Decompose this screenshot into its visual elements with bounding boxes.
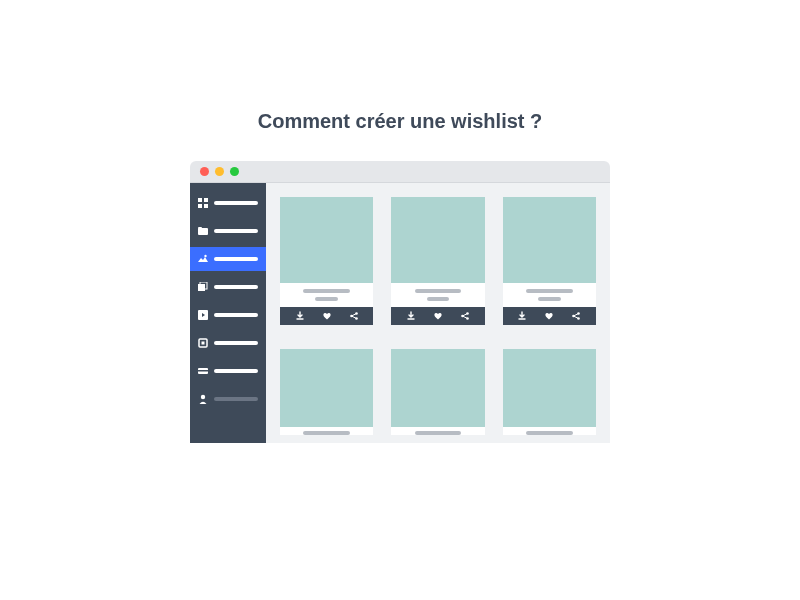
card[interactable] xyxy=(280,349,373,443)
sidebar-item-albums[interactable] xyxy=(190,275,266,299)
play-icon xyxy=(198,310,208,320)
sidebar-item-box[interactable] xyxy=(190,331,266,355)
card-thumbnail xyxy=(280,349,373,427)
svg-rect-3 xyxy=(204,204,208,208)
svg-rect-2 xyxy=(198,204,202,208)
card-thumbnail xyxy=(391,197,484,283)
card-meta xyxy=(280,283,373,307)
card-subtitle-placeholder xyxy=(315,297,337,301)
heart-icon[interactable] xyxy=(433,311,443,321)
maximize-window-dot[interactable] xyxy=(230,167,239,176)
sidebar xyxy=(190,183,266,443)
svg-point-6 xyxy=(204,255,206,257)
card-meta xyxy=(503,283,596,307)
svg-rect-13 xyxy=(198,370,208,372)
download-icon[interactable] xyxy=(406,311,416,321)
svg-rect-4 xyxy=(198,228,208,235)
card-thumbnail xyxy=(503,197,596,283)
sidebar-item-images[interactable] xyxy=(190,247,266,271)
sidebar-item-grid[interactable] xyxy=(190,191,266,215)
window-body xyxy=(190,183,610,443)
card-icon xyxy=(198,366,208,376)
folder-icon xyxy=(198,226,208,236)
download-icon[interactable] xyxy=(517,311,527,321)
svg-rect-11 xyxy=(202,342,205,345)
card[interactable] xyxy=(280,197,373,333)
card-thumbnail xyxy=(391,349,484,427)
sidebar-item-label xyxy=(214,229,258,233)
heart-icon[interactable] xyxy=(322,311,332,321)
card-meta xyxy=(391,427,484,435)
card[interactable] xyxy=(391,197,484,333)
share-icon[interactable] xyxy=(349,311,359,321)
card-subtitle-placeholder xyxy=(538,297,560,301)
card[interactable] xyxy=(503,197,596,333)
svg-rect-0 xyxy=(198,198,202,202)
card-meta xyxy=(280,427,373,435)
sidebar-item-label xyxy=(214,313,258,317)
sidebar-item-label xyxy=(214,341,258,345)
card-actions xyxy=(280,307,373,325)
svg-point-14 xyxy=(201,395,205,399)
browser-window xyxy=(190,161,610,443)
card-actions xyxy=(503,307,596,325)
card-thumbnail xyxy=(280,197,373,283)
person-icon xyxy=(198,394,208,404)
image-icon xyxy=(198,254,208,264)
card-actions xyxy=(391,307,484,325)
share-icon[interactable] xyxy=(460,311,470,321)
card-thumbnail xyxy=(503,349,596,427)
minimize-window-dot[interactable] xyxy=(215,167,224,176)
card[interactable] xyxy=(503,349,596,443)
content-grid xyxy=(266,183,610,443)
sidebar-item-label xyxy=(214,397,258,401)
svg-rect-7 xyxy=(198,284,205,291)
sidebar-item-label xyxy=(214,201,258,205)
card-title-placeholder xyxy=(415,289,462,293)
svg-rect-1 xyxy=(204,198,208,202)
card-title-placeholder xyxy=(526,289,573,293)
download-icon[interactable] xyxy=(295,311,305,321)
box-icon xyxy=(198,338,208,348)
page-title: Comment créer une wishlist ? xyxy=(258,110,543,133)
window-titlebar xyxy=(190,161,610,183)
card-title-placeholder xyxy=(303,431,350,435)
close-window-dot[interactable] xyxy=(200,167,209,176)
card[interactable] xyxy=(391,349,484,443)
albums-icon xyxy=(198,282,208,292)
sidebar-item-label xyxy=(214,369,258,373)
share-icon[interactable] xyxy=(571,311,581,321)
sidebar-item-play[interactable] xyxy=(190,303,266,327)
svg-rect-5 xyxy=(198,227,202,229)
card-subtitle-placeholder xyxy=(427,297,449,301)
grid-icon xyxy=(198,198,208,208)
sidebar-item-person[interactable] xyxy=(190,387,266,411)
card-meta xyxy=(503,427,596,435)
card-title-placeholder xyxy=(303,289,350,293)
heart-icon[interactable] xyxy=(544,311,554,321)
sidebar-item-card[interactable] xyxy=(190,359,266,383)
card-title-placeholder xyxy=(526,431,573,435)
card-meta xyxy=(391,283,484,307)
sidebar-item-folder[interactable] xyxy=(190,219,266,243)
card-title-placeholder xyxy=(415,431,462,435)
sidebar-item-label xyxy=(214,285,258,289)
sidebar-item-label xyxy=(214,257,258,261)
